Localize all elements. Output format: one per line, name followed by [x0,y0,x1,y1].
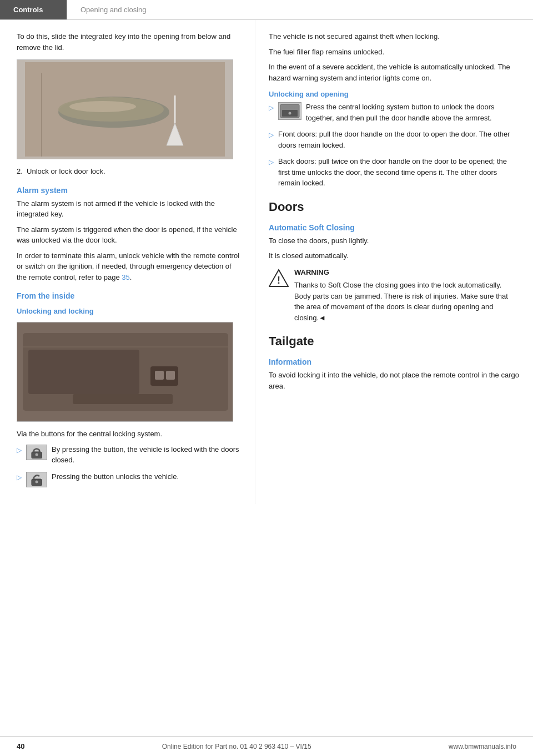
alarm-p3: In order to terminate this alarm, unlock… [17,250,242,283]
bullet-central-text: Press the central locking system button … [306,102,520,123]
theft-text: The vehicle is not secured against theft… [269,31,520,42]
right-column: The vehicle is not secured against theft… [255,20,533,504]
door-handle-svg [25,62,225,157]
alarm-link[interactable]: 35 [122,273,129,281]
intro-text: To do this, slide the integrated key int… [17,31,242,53]
svg-point-3 [69,101,136,112]
online-edition-text: Online Edition for Part no. 01 40 2 963 … [162,743,311,750]
warning-box: ! WARNING Thanks to Soft Close the closi… [269,267,520,324]
lock-closed-icon [26,445,47,460]
bullet-unlock-item: ▷ Pressing the button unlocks the vehicl… [17,471,242,487]
bullet-lock-text: By pressing the button, the vehicle is l… [52,444,242,466]
warning-triangle-icon: ! [269,268,289,290]
tailgate-info: To avoid locking it into the vehicle, do… [269,370,520,391]
footer: 40 Online Edition for Part no. 01 40 2 9… [0,736,533,756]
doors-heading: Doors [269,200,520,214]
interior-image [17,322,233,422]
lock-closed-svg [29,446,44,458]
svg-rect-12 [166,371,175,380]
page-number: 40 [17,742,24,750]
bullet-arrow-2: ▷ [17,472,22,482]
door-handle-image [17,59,233,159]
bullet-central-item: ▷ Press the central locking system butto… [269,102,520,123]
lock-open-svg [29,473,44,486]
unlocking-opening-heading: Unlocking and opening [269,90,520,98]
svg-rect-13 [73,394,173,404]
bullet-front-item: ▷ Front doors: pull the door handle on t… [269,129,520,150]
chapter-label: Opening and closing [81,6,147,14]
bullet-arrow-4: ▷ [269,130,274,140]
warning-text: Thanks to Soft Close the closing goes in… [294,281,508,322]
main-content: To do this, slide the integrated key int… [0,20,533,504]
central-lock-svg [279,103,300,119]
lock-open-icon [26,472,47,487]
tailgate-heading: Tailgate [269,334,520,349]
header: Controls Opening and closing [0,0,533,20]
via-buttons-text: Via the buttons for the central locking … [17,429,242,440]
information-heading: Information [269,357,520,366]
from-inside-heading: From the inside [17,291,242,300]
bullet-arrow-1: ▷ [17,445,22,455]
svg-point-16 [36,453,38,456]
svg-text:!: ! [277,275,280,286]
website-text: www.bmwmanuals.info [449,743,516,750]
alarm-system-heading: Alarm system [17,186,242,195]
bullet-arrow-5: ▷ [269,157,274,167]
svg-point-21 [289,112,291,115]
bullet-unlock-text: Pressing the button unlocks the vehicle. [52,471,179,482]
warning-title: WARNING [294,267,520,278]
door-handle-image-inner [17,60,233,159]
soft-p2: It is closed automatically. [269,250,520,261]
bullet-arrow-3: ▷ [269,103,274,113]
auto-soft-heading: Automatic Soft Closing [269,223,520,232]
unlocking-locking-heading: Unlocking and locking [17,307,242,315]
controls-label: Controls [13,6,43,14]
alarm-p2: The alarm system is triggered when the d… [17,224,242,246]
warning-content: WARNING Thanks to Soft Close the closing… [294,267,520,324]
central-lock-icon [278,102,301,120]
interior-svg [17,322,233,422]
soft-p1: To close the doors, push lightly. [269,235,520,246]
bullet-back-item: ▷ Back doors: pull twice on the door han… [269,156,520,189]
accident-text: In the event of a severe accident, the v… [269,62,520,83]
step2-text: 2. Unlock or lock door lock. [17,166,242,177]
svg-rect-11 [155,371,164,380]
svg-point-18 [36,480,38,483]
alarm-p1: The alarm system is not armed if the veh… [17,198,242,220]
bullet-lock-item: ▷ By pressing the button, the vehicle is… [17,444,242,466]
header-chapter-tab: Opening and closing [67,0,160,19]
fuel-text: The fuel filler flap remains unlocked. [269,47,520,58]
bullet-back-text: Back doors: pull twice on the door handl… [278,156,520,189]
bullet-front-text: Front doors: pull the door handle on the… [278,129,520,150]
warning-triangle-svg: ! [269,268,289,288]
left-column: To do this, slide the integrated key int… [0,20,255,504]
header-controls-tab: Controls [0,0,67,19]
svg-rect-9 [28,350,139,394]
